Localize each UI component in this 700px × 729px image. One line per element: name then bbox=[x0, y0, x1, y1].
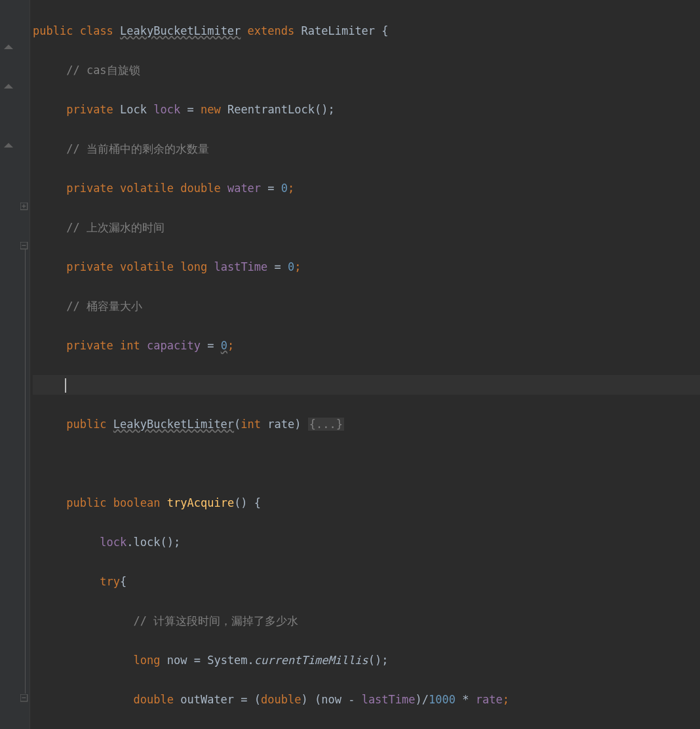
code-line: try{ bbox=[33, 572, 700, 591]
code-line: private Lock lock = new ReentrantLock(); bbox=[33, 100, 700, 119]
code-line: private volatile long lastTime = 0; bbox=[33, 257, 700, 277]
code-editor[interactable]: public class LeakyBucketLimiter extends … bbox=[30, 0, 700, 729]
code-line: // cas自旋锁 bbox=[33, 60, 700, 80]
code-line: // 上次漏水的时间 bbox=[33, 218, 700, 237]
empty-line bbox=[33, 454, 700, 473]
code-line: private volatile double water = 0; bbox=[33, 178, 700, 198]
text-caret bbox=[65, 378, 66, 393]
fold-collapse-icon[interactable] bbox=[20, 242, 28, 250]
fold-expand-icon[interactable] bbox=[20, 203, 28, 210]
code-line: long now = System.currentTimeMillis(); bbox=[33, 650, 700, 670]
fold-guide-line bbox=[25, 249, 26, 694]
override-icon[interactable] bbox=[4, 143, 13, 152]
code-line: // 计算这段时间，漏掉了多少水 bbox=[33, 611, 700, 631]
code-line: // 桶容量大小 bbox=[33, 296, 700, 316]
current-line bbox=[33, 375, 700, 395]
code-line: public LeakyBucketLimiter(int rate) {...… bbox=[33, 414, 700, 434]
override-icon[interactable] bbox=[4, 45, 13, 54]
folded-block[interactable]: {...} bbox=[308, 418, 344, 431]
code-line: double outWater = (double) (now - lastTi… bbox=[33, 690, 700, 709]
code-line: private int capacity = 0; bbox=[33, 336, 700, 355]
code-line: public boolean tryAcquire() { bbox=[33, 493, 700, 513]
editor-gutter bbox=[0, 0, 30, 729]
code-line: public class LeakyBucketLimiter extends … bbox=[33, 21, 700, 41]
override-icon[interactable] bbox=[4, 84, 13, 93]
code-line: // 当前桶中的剩余的水数量 bbox=[33, 139, 700, 159]
fold-end-icon[interactable] bbox=[20, 694, 28, 702]
code-line: lock.lock(); bbox=[33, 532, 700, 552]
